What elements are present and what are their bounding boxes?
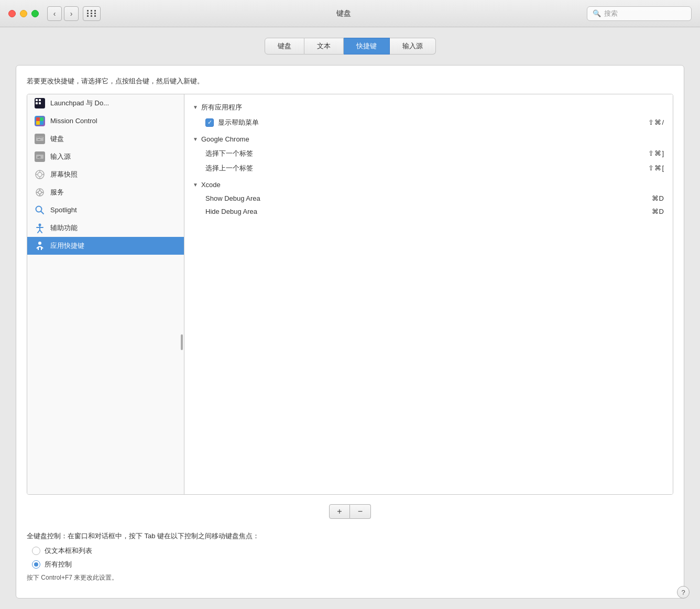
sidebar-label-spotlight: Spotlight <box>50 206 77 214</box>
shortcut-name-show-debug: Show Debug Area <box>205 194 652 202</box>
tab-shortcuts[interactable]: 快捷键 <box>344 38 390 55</box>
keyboard-icon <box>35 134 45 144</box>
shortcut-keys-next-tab: ⇧⌘] <box>648 149 664 157</box>
shortcut-name-show-help: 显示帮助菜单 <box>218 118 648 127</box>
svg-rect-7 <box>40 121 43 125</box>
accessibility-icon <box>35 223 45 233</box>
keyboard-control-title: 全键盘控制：在窗口和对话框中，按下 Tab 键在以下控制之间移动键盘焦点： <box>27 531 673 541</box>
minimize-button[interactable] <box>20 10 27 17</box>
radio-circle-text-fields <box>32 547 40 555</box>
launchpad-icon <box>35 98 45 108</box>
radio-label-all-controls: 所有控制 <box>45 560 72 569</box>
search-bar[interactable]: 🔍 搜索 <box>587 6 692 21</box>
back-button[interactable]: ‹ <box>47 6 62 21</box>
help-button[interactable]: ? <box>677 586 690 599</box>
shortcut-show-help-menu: ✓ 显示帮助菜单 ⇧⌘/ <box>184 115 673 130</box>
close-button[interactable] <box>8 10 16 17</box>
sidebar-item-accessibility[interactable]: 辅助功能 <box>27 219 184 237</box>
shortcut-keys-show-debug: ⌘D <box>652 194 664 202</box>
radio-group: 仅文本框和列表 所有控制 <box>32 546 673 569</box>
expand-arrow-allapps: ▼ <box>193 104 198 110</box>
group-allapps: ▼ 所有应用程序 ✓ 显示帮助菜单 ⇧⌘/ <box>184 100 673 130</box>
radio-label-text-fields: 仅文本框和列表 <box>45 546 92 556</box>
shortcut-show-debug: Show Debug Area ⌘D <box>184 192 673 205</box>
shortcut-prev-tab: 选择上一个标签 ⇧⌘[ <box>184 161 673 176</box>
input-icon: AB <box>35 151 45 162</box>
radio-circle-all-controls <box>32 560 40 569</box>
shortcut-name-hide-debug: Hide Debug Area <box>205 208 652 215</box>
svg-rect-9 <box>37 137 38 138</box>
shortcut-name-prev-tab: 选择上一个标签 <box>205 164 648 173</box>
screenshot-icon <box>35 169 45 180</box>
svg-rect-0 <box>36 99 38 101</box>
sidebar-item-mission[interactable]: Mission Control <box>27 112 184 130</box>
sidebar-item-spotlight[interactable]: Spotlight <box>27 201 184 219</box>
svg-point-23 <box>38 191 41 194</box>
shortcut-name-next-tab: 选择下一个标签 <box>205 149 648 158</box>
sidebar-scrollbar[interactable] <box>181 334 183 350</box>
group-googlechrome: ▼ Google Chrome 选择下一个标签 ⇧⌘] 选择上一个标签 ⇧⌘[ <box>184 132 673 176</box>
shortcut-hide-debug: Hide Debug Area ⌘D <box>184 205 673 218</box>
sidebar-item-launchpad[interactable]: Launchpad 与 Do... <box>27 94 184 112</box>
svg-point-17 <box>38 172 42 177</box>
tab-input[interactable]: 输入源 <box>390 38 436 55</box>
sidebar-label-accessibility: 辅助功能 <box>50 223 78 233</box>
svg-line-30 <box>40 230 42 233</box>
svg-rect-11 <box>40 137 41 138</box>
sidebar-label-screenshot: 屏幕快照 <box>50 170 78 179</box>
panel-body: Launchpad 与 Do... Mission Control 键盘 <box>27 94 673 495</box>
sidebar-label-mission: Mission Control <box>50 117 97 125</box>
keyboard-control-hint: 按下 Control+F7 来更改此设置。 <box>27 573 673 582</box>
titlebar: ‹ › 键盘 🔍 搜索 <box>0 0 700 27</box>
sidebar-item-appshortcuts[interactable]: 应用快捷键 <box>27 237 184 255</box>
svg-line-25 <box>41 211 44 214</box>
search-icon: 🔍 <box>593 9 601 17</box>
remove-shortcut-button[interactable]: − <box>350 504 371 519</box>
add-shortcut-button[interactable]: + <box>329 504 350 519</box>
svg-text:AB: AB <box>37 156 41 159</box>
group-name-allapps: 所有应用程序 <box>201 103 242 112</box>
grid-view-button[interactable] <box>83 6 101 21</box>
svg-rect-12 <box>41 137 42 138</box>
svg-rect-6 <box>36 121 40 125</box>
svg-rect-4 <box>36 117 40 121</box>
sidebar-label-launchpad: Launchpad 与 Do... <box>50 99 109 108</box>
sidebar-item-input[interactable]: AB 输入源 <box>27 148 184 166</box>
expand-arrow-chrome: ▼ <box>193 136 198 142</box>
group-header-allapps[interactable]: ▼ 所有应用程序 <box>184 100 673 115</box>
sidebar-item-screenshot[interactable]: 屏幕快照 <box>27 166 184 183</box>
sidebar-label-services: 服务 <box>50 188 64 197</box>
main-content: 键盘 文本 快捷键 输入源 若要更改快捷键，请选择它，点按组合键，然后键入新键。… <box>0 27 700 609</box>
forward-button[interactable]: › <box>64 6 79 21</box>
radio-text-fields[interactable]: 仅文本框和列表 <box>32 546 673 556</box>
svg-rect-3 <box>39 102 41 104</box>
svg-rect-10 <box>38 137 39 138</box>
sidebar-item-keyboard[interactable]: 键盘 <box>27 130 184 148</box>
sidebar-item-services[interactable]: 服务 <box>27 183 184 201</box>
svg-rect-2 <box>36 102 38 104</box>
search-placeholder: 搜索 <box>604 9 618 18</box>
maximize-button[interactable] <box>31 10 39 17</box>
shortcut-keys-hide-debug: ⌘D <box>652 208 664 215</box>
grid-icon <box>87 10 97 17</box>
services-icon <box>35 187 45 198</box>
nav-buttons: ‹ › <box>47 6 79 21</box>
tab-bar: 键盘 文本 快捷键 输入源 <box>16 38 684 55</box>
bottom-controls: + − <box>27 504 673 519</box>
tab-text[interactable]: 文本 <box>304 38 344 55</box>
shortcut-keys-show-help: ⇧⌘/ <box>648 118 664 126</box>
sidebar-label-input: 输入源 <box>50 152 71 161</box>
svg-rect-5 <box>40 117 43 121</box>
right-panel: ▼ 所有应用程序 ✓ 显示帮助菜单 ⇧⌘/ ▼ Google Chrome <box>184 94 673 495</box>
group-header-chrome[interactable]: ▼ Google Chrome <box>184 132 673 146</box>
instruction-text: 若要更改快捷键，请选择它，点按组合键，然后键入新键。 <box>27 76 673 86</box>
svg-rect-13 <box>38 139 40 140</box>
tab-keyboard[interactable]: 键盘 <box>265 38 304 55</box>
radio-all-controls[interactable]: 所有控制 <box>32 560 673 569</box>
window-title: 键盘 <box>101 9 587 18</box>
mission-icon <box>35 116 45 126</box>
group-header-xcode[interactable]: ▼ Xcode <box>184 178 673 192</box>
spotlight-icon <box>35 205 45 215</box>
checkbox-show-help-menu[interactable]: ✓ <box>205 118 214 127</box>
sidebar-label-appshortcuts: 应用快捷键 <box>50 241 84 251</box>
